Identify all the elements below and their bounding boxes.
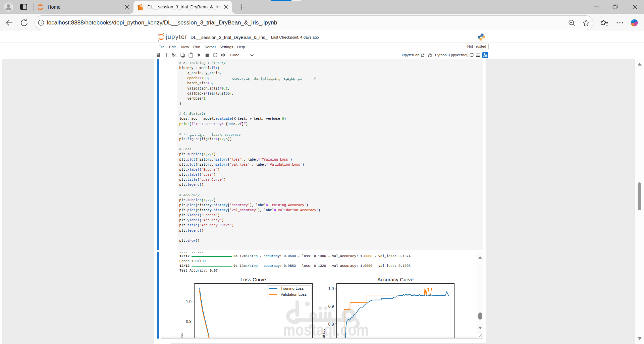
svg-text:1.0: 1.0 xyxy=(186,299,192,304)
svg-text:EarlyStopping: EarlyStopping xyxy=(254,77,280,81)
svg-text:0.9: 0.9 xyxy=(328,304,334,309)
svg-text:0.8: 0.8 xyxy=(328,322,334,327)
svg-text:Loss Curve: Loss Curve xyxy=(240,277,266,282)
svg-text:1.0: 1.0 xyxy=(328,286,334,291)
svg-text:Accuracy Curve: Accuracy Curve xyxy=(377,277,414,282)
svg-text:0.8: 0.8 xyxy=(186,319,192,324)
svg-text:accuracy: accuracy xyxy=(225,133,241,137)
svg-text:#: # xyxy=(314,77,316,81)
svg-text:Training Loss: Training Loss xyxy=(280,286,304,290)
svg-text:loss: loss xyxy=(211,133,219,137)
svg-text:Validation Loss: Validation Loss xyxy=(280,292,307,296)
